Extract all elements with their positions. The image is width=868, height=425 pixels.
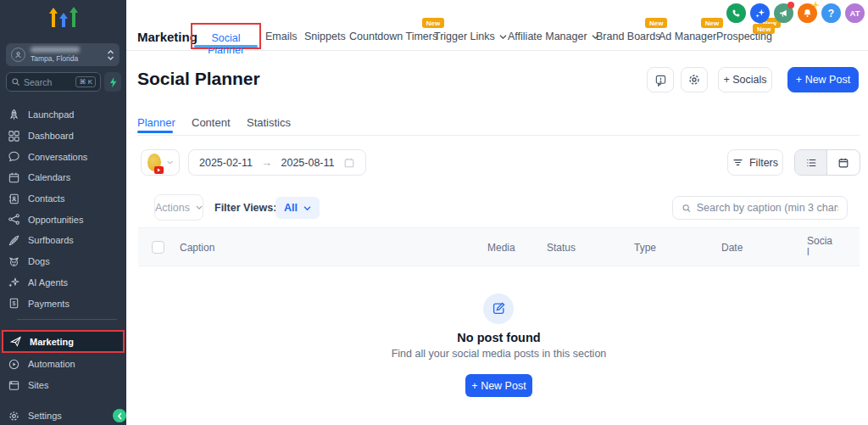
- search-shortcut-kbd: ⌘ K: [75, 76, 96, 87]
- filter-icon: [732, 157, 743, 168]
- sidebar-item-dashboard[interactable]: Dashboard: [0, 126, 126, 147]
- new-post-button[interactable]: + New Post: [787, 67, 859, 92]
- sidebar-item-surfboards[interactable]: Surfboards: [0, 230, 126, 251]
- chevron-down-icon: [499, 34, 507, 40]
- location-avatar-icon: [11, 48, 25, 62]
- sidebar-item-calendars[interactable]: Calendars: [0, 167, 126, 188]
- sparkles-icon: [754, 8, 766, 20]
- phone-button[interactable]: [726, 3, 746, 23]
- date-start: 2025-02-11: [199, 157, 253, 169]
- tab-content[interactable]: Content: [192, 116, 231, 129]
- question-mark-icon: ?: [828, 8, 834, 20]
- nav-tab-emails[interactable]: Emails: [265, 31, 298, 42]
- calendar-icon: [343, 157, 355, 169]
- nav-tab-countdown-timers[interactable]: Countdown Timers New: [349, 31, 437, 42]
- date-range-picker[interactable]: 2025-02-11 → 2025-08-11: [188, 149, 366, 176]
- account-selector[interactable]: Tampa, Florida: [6, 43, 120, 66]
- calendar-view-button[interactable]: [827, 150, 860, 175]
- sidebar-item-contacts[interactable]: Contacts: [0, 188, 126, 210]
- sidebar-item-ai-agents[interactable]: AI Agents: [0, 272, 126, 294]
- column-date: Date: [721, 242, 743, 254]
- gear-icon: [687, 73, 701, 87]
- sidebar-nav: Launchpad Dashboard Conversations Calend…: [0, 104, 126, 314]
- sidebar-search-input[interactable]: Search ⌘ K: [6, 72, 101, 92]
- nav-tab-affiliate-manager[interactable]: Affiliate Manager: [508, 31, 599, 42]
- planner-tab-underline: [137, 131, 173, 133]
- sidebar-item-payments[interactable]: $ Payments: [0, 293, 126, 314]
- nav-tab-ad-manager[interactable]: Ad Manager New: [659, 31, 716, 42]
- sidebar-search-placeholder: Search: [24, 77, 52, 87]
- quick-actions-bolt-button[interactable]: [104, 72, 121, 92]
- add-socials-button[interactable]: + Socials: [718, 67, 772, 92]
- actions-dropdown[interactable]: Actions: [154, 194, 203, 221]
- help-button[interactable]: ?: [821, 3, 841, 23]
- announcements-button[interactable]: [774, 3, 793, 23]
- tab-statistics[interactable]: Statistics: [247, 116, 291, 129]
- filters-button[interactable]: Filters: [727, 149, 783, 176]
- caption-search[interactable]: [672, 196, 848, 220]
- chevron-updown-icon: [107, 50, 114, 60]
- new-badge: New: [753, 24, 775, 34]
- empty-state-new-post-button[interactable]: + New Post: [465, 374, 532, 397]
- chevron-left-icon: [117, 412, 123, 420]
- feedback-button[interactable]: [647, 67, 674, 92]
- nav-tab-snippets[interactable]: Snippets: [304, 31, 346, 42]
- surfboard-icon: [8, 234, 20, 247]
- list-icon: [805, 157, 817, 169]
- calendar-icon: [8, 171, 20, 184]
- nav-tab-trigger-links[interactable]: Trigger Links: [434, 31, 507, 42]
- gear-icon: [8, 410, 20, 422]
- feedback-icon: [654, 74, 667, 87]
- compose-post-icon: [491, 301, 506, 316]
- dog-icon: [8, 255, 20, 268]
- contacts-icon: [8, 193, 20, 205]
- settings-button[interactable]: [681, 67, 708, 92]
- caption-search-input[interactable]: [697, 202, 838, 214]
- launchpad-icon: [8, 109, 20, 121]
- nav-tab-social-planner-highlight[interactable]: Social Planner: [191, 23, 261, 49]
- chevron-down-icon: [303, 205, 311, 211]
- sidebar-item-sites[interactable]: Sites: [0, 375, 126, 395]
- filter-views-dropdown[interactable]: All: [275, 197, 320, 219]
- sidebar-item-settings[interactable]: Settings: [0, 405, 126, 425]
- star-badge-icon: [811, 1, 820, 9]
- social-account-avatar: [147, 154, 161, 171]
- nav-tab-social-planner[interactable]: Social Planner: [192, 32, 259, 56]
- paper-plane-icon: [9, 335, 22, 348]
- tab-planner[interactable]: Planner: [137, 116, 175, 129]
- empty-state-icon-circle: [483, 294, 514, 324]
- column-type: Type: [634, 242, 656, 254]
- phone-icon: [731, 8, 742, 19]
- sidebar-item-marketing[interactable]: Marketing: [2, 330, 125, 353]
- sidebar-item-dogs[interactable]: Dogs: [0, 251, 126, 272]
- sidebar-item-automation[interactable]: Automation: [0, 354, 126, 374]
- sidebar-item-launchpad[interactable]: Launchpad: [0, 104, 126, 126]
- search-icon: [682, 203, 692, 214]
- sidebar-item-opportunities[interactable]: Opportunities: [0, 209, 126, 230]
- new-badge: New: [701, 18, 723, 28]
- ai-assistant-button[interactable]: New: [750, 3, 770, 23]
- view-toggle: [794, 149, 860, 176]
- column-social: Social: [807, 236, 834, 258]
- new-badge: New: [645, 18, 667, 28]
- sidebar-collapse-button[interactable]: [113, 409, 126, 422]
- nav-tab-brand-boards[interactable]: Brand Boards New: [596, 31, 660, 42]
- page-title: Social Planner: [137, 69, 260, 89]
- sparkle-icon: [8, 276, 20, 288]
- new-badge: New: [422, 18, 444, 28]
- date-end: 2025-08-11: [281, 157, 334, 169]
- megaphone-icon: [778, 8, 789, 19]
- list-view-button[interactable]: [795, 150, 827, 175]
- gohighlevel-logo-icon: [49, 7, 80, 27]
- tabs-divider: [137, 135, 860, 136]
- avatar[interactable]: AT: [845, 3, 865, 23]
- sidebar-item-conversations[interactable]: Conversations: [0, 146, 126, 167]
- social-account-select[interactable]: [141, 149, 180, 176]
- select-all-checkbox[interactable]: [152, 241, 164, 254]
- payments-icon: $: [8, 297, 20, 310]
- notifications-button[interactable]: [798, 3, 817, 23]
- empty-state-title: No post found: [138, 331, 860, 344]
- sidebar: Tampa, Florida Search ⌘ K Launchpad Dash…: [0, 0, 126, 425]
- column-media: Media: [487, 242, 515, 254]
- empty-state-subtitle: Find all your social media posts in this…: [138, 348, 860, 360]
